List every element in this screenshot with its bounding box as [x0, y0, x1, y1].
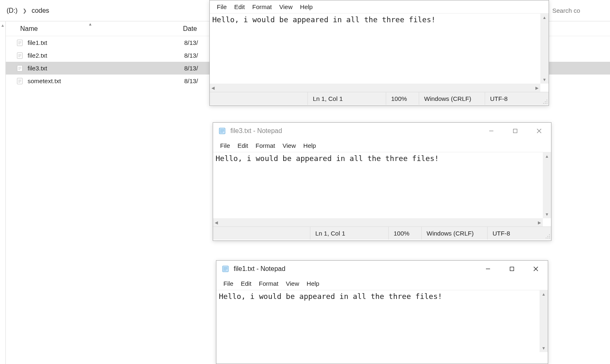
- menu-file[interactable]: File: [220, 279, 237, 288]
- text-area[interactable]: Hello, i would be appeared in all the th…: [213, 152, 551, 218]
- scroll-down-icon[interactable]: ▼: [540, 344, 547, 352]
- minimize-button[interactable]: [479, 123, 503, 139]
- menu-help[interactable]: Help: [300, 141, 320, 150]
- statusbar: Ln 1, Col 1 100% Windows (CRLF) UTF-8: [213, 226, 551, 240]
- menu-file[interactable]: File: [213, 2, 230, 12]
- menu-edit[interactable]: Edit: [237, 279, 255, 288]
- sort-caret-icon: ▲: [88, 22, 92, 26]
- notepad-window[interactable]: file3.txt - Notepad File Edit Format Vie…: [213, 122, 551, 241]
- file-name: file3.txt: [28, 65, 180, 72]
- maximize-button[interactable]: [503, 123, 527, 139]
- menu-file[interactable]: File: [216, 141, 234, 150]
- notepad-window[interactable]: file1.txt - Notepad File Edit Format Vie…: [216, 260, 548, 364]
- minimize-button[interactable]: [476, 261, 500, 277]
- column-name-label: Name: [20, 25, 38, 32]
- scroll-up-icon[interactable]: ▲: [543, 152, 551, 160]
- search-input[interactable]: [549, 5, 607, 16]
- menu-edit[interactable]: Edit: [230, 2, 249, 12]
- menu-format[interactable]: Format: [255, 279, 282, 288]
- scroll-up-icon[interactable]: ▲: [1, 23, 5, 28]
- resize-grip-icon[interactable]: [544, 233, 550, 239]
- resize-grip-icon[interactable]: [542, 98, 548, 104]
- vertical-scrollbar[interactable]: ▲ ▼: [540, 290, 548, 352]
- window-title: file1.txt - Notepad: [234, 265, 285, 273]
- menu-help[interactable]: Help: [296, 2, 317, 12]
- scroll-down-icon[interactable]: ▼: [543, 210, 551, 218]
- vertical-scrollbar[interactable]: ▲ ▼: [543, 152, 551, 218]
- document-icon: [16, 52, 23, 59]
- file-name: file1.txt: [28, 39, 180, 46]
- column-name[interactable]: Name ▲: [6, 25, 179, 33]
- menu-format[interactable]: Format: [252, 141, 279, 150]
- nav-pane-edge: ▲: [0, 21, 6, 364]
- close-button[interactable]: [527, 123, 551, 139]
- status-eol: Windows (CRLF): [419, 92, 485, 105]
- file-name: file2.txt: [28, 52, 180, 59]
- breadcrumb-drive[interactable]: (D:): [3, 5, 21, 16]
- scroll-left-icon[interactable]: ◀: [210, 84, 216, 92]
- menubar: File Edit Format View Help: [213, 139, 551, 152]
- titlebar[interactable]: file1.txt - Notepad: [216, 261, 548, 277]
- file-name: sometext.txt: [28, 77, 180, 84]
- scroll-up-icon[interactable]: ▲: [540, 290, 547, 298]
- maximize-button[interactable]: [500, 261, 524, 277]
- status-encoding: UTF-8: [487, 227, 551, 240]
- notepad-window[interactable]: File Edit Format View Help Hello, i woul…: [209, 0, 549, 106]
- scroll-right-icon[interactable]: ▶: [534, 84, 540, 92]
- scroll-left-icon[interactable]: ◀: [213, 219, 220, 226]
- text-area[interactable]: Hello, i would be appeared in all the th…: [216, 290, 548, 352]
- notepad-icon: [221, 265, 230, 273]
- notepad-icon: [218, 127, 226, 135]
- status-position: Ln 1, Col 1: [307, 92, 386, 105]
- scroll-up-icon[interactable]: ▲: [541, 14, 548, 21]
- status-position: Ln 1, Col 1: [310, 227, 388, 240]
- vertical-scrollbar[interactable]: ▲ ▼: [540, 14, 549, 84]
- file-date: 8/13/: [180, 65, 198, 72]
- scroll-right-icon[interactable]: ▶: [536, 219, 543, 226]
- file-date: 8/13/: [180, 52, 198, 59]
- scroll-down-icon[interactable]: ▼: [541, 76, 548, 84]
- menu-edit[interactable]: Edit: [234, 141, 252, 150]
- status-encoding: UTF-8: [485, 92, 549, 105]
- status-zoom: 100%: [386, 92, 419, 105]
- text-content[interactable]: Hello, i would be appeared in all the th…: [216, 290, 548, 302]
- menu-view[interactable]: View: [282, 279, 303, 288]
- file-date: 8/13/: [180, 77, 198, 84]
- breadcrumb-folder[interactable]: codes: [28, 5, 53, 16]
- menu-format[interactable]: Format: [249, 2, 276, 12]
- window-title: file3.txt - Notepad: [230, 127, 282, 135]
- text-area[interactable]: Hello, i would be appeared in all the th…: [210, 14, 549, 84]
- document-icon: [16, 39, 23, 47]
- horizontal-scrollbar[interactable]: ◀ ▶: [213, 218, 543, 226]
- titlebar[interactable]: file3.txt - Notepad: [213, 123, 551, 139]
- menubar: File Edit Format View Help: [216, 277, 548, 290]
- document-icon: [16, 77, 23, 85]
- menu-view[interactable]: View: [276, 2, 296, 12]
- text-content[interactable]: Hello, i would be appeared in all the th…: [213, 152, 551, 164]
- statusbar: Ln 1, Col 1 100% Windows (CRLF) UTF-8: [210, 92, 549, 105]
- menubar: File Edit Format View Help: [210, 0, 549, 14]
- status-eol: Windows (CRLF): [421, 227, 487, 240]
- menu-help[interactable]: Help: [303, 279, 323, 288]
- horizontal-scrollbar[interactable]: ◀ ▶: [210, 84, 540, 92]
- column-date[interactable]: Date: [179, 25, 197, 33]
- document-icon: [16, 65, 23, 72]
- close-button[interactable]: [524, 261, 548, 277]
- text-content[interactable]: Hello, i would be appeared in all the th…: [210, 14, 549, 26]
- menu-view[interactable]: View: [279, 141, 300, 150]
- file-date: 8/13/: [180, 39, 198, 46]
- status-zoom: 100%: [388, 227, 421, 240]
- chevron-right-icon: ❯: [23, 8, 27, 14]
